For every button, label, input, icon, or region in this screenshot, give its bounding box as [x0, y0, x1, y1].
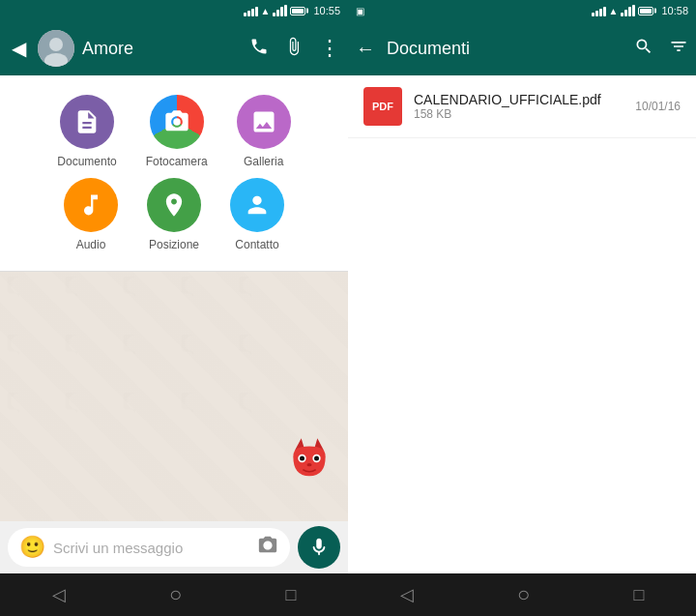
devil-sticker — [285, 434, 334, 492]
right-cell-icon — [621, 5, 635, 16]
attach-galleria-label: Galleria — [244, 155, 283, 168]
right-nav-bar: ◁ ○ □ — [348, 573, 696, 616]
message-placeholder: Scrivi un messaggio — [53, 540, 249, 556]
right-panel: ▣ ▲ 10:58 ← Documenti — [348, 0, 696, 616]
chat-area — [0, 272, 348, 521]
avatar — [38, 30, 74, 67]
svg-point-10 — [314, 456, 319, 461]
pdf-label: PDF — [372, 101, 393, 112]
attach-posizione-label: Posizione — [149, 238, 199, 251]
left-nav-recent[interactable]: □ — [266, 577, 315, 613]
wifi-icon: ▲ — [261, 6, 271, 16]
camera-button[interactable] — [257, 535, 278, 561]
right-status-bar: ▣ ▲ 10:58 — [348, 0, 696, 21]
left-nav-home[interactable]: ○ — [150, 574, 201, 615]
svg-point-1 — [49, 38, 63, 51]
doc-name: CALENDARIO_UFFICIALE.pdf — [414, 92, 624, 107]
right-battery-icon — [638, 7, 653, 15]
attach-fotocamera-label: Fotocamera — [146, 155, 208, 168]
left-status-bar: ▲ 10:55 — [0, 0, 348, 21]
left-panel: ▲ 10:55 ◀ Amore — [0, 0, 348, 616]
right-nav-home[interactable]: ○ — [498, 574, 549, 615]
more-icon[interactable]: ⋮ — [319, 38, 340, 59]
right-nav-back[interactable]: ◁ — [381, 576, 433, 613]
right-wifi-icon: ▲ — [609, 6, 619, 16]
doc-item-0[interactable]: PDF CALENDARIO_UFFICIALE.pdf 158 KB 10/0… — [348, 75, 696, 138]
attach-audio-icon — [64, 178, 118, 232]
cell-icon — [273, 5, 287, 16]
attach-row-2: Audio Posizione Contatto — [64, 178, 284, 251]
message-input-field[interactable]: 🙂 Scrivi un messaggio — [8, 528, 290, 567]
input-bar: 🙂 Scrivi un messaggio — [0, 521, 348, 573]
right-time: 10:58 — [661, 5, 688, 16]
call-icon[interactable] — [249, 37, 269, 61]
status-icons: ▲ — [244, 5, 306, 16]
svg-point-3 — [173, 118, 180, 125]
right-header-icons — [634, 37, 688, 61]
right-status-icons: ▲ — [592, 5, 654, 16]
right-signal-icon — [592, 5, 606, 16]
attach-documento[interactable]: Documento — [57, 95, 116, 168]
doc-date: 10/01/16 — [635, 100, 681, 113]
back-button[interactable]: ◀ — [8, 33, 30, 64]
attach-contatto-label: Contatto — [235, 238, 278, 251]
doc-size: 158 KB — [414, 107, 624, 121]
attach-row-1: Documento Fotocamera Ga — [57, 95, 290, 168]
battery-icon — [290, 7, 305, 15]
attachment-popup: Documento Fotocamera Ga — [0, 75, 348, 272]
mic-button[interactable] — [298, 526, 340, 569]
pdf-icon: PDF — [363, 87, 402, 126]
doc-info: CALENDARIO_UFFICIALE.pdf 158 KB — [414, 92, 624, 121]
attach-icon[interactable] — [284, 37, 304, 61]
attach-galleria-icon — [237, 95, 291, 149]
svg-point-11 — [307, 463, 312, 466]
left-header: ◀ Amore ⋮ — [0, 21, 348, 75]
svg-rect-4 — [0, 272, 290, 417]
document-list: PDF CALENDARIO_UFFICIALE.pdf 158 KB 10/0… — [348, 75, 696, 573]
attach-posizione-icon — [147, 178, 201, 232]
documenti-title: Documenti — [387, 39, 623, 59]
notification-icon: ▣ — [356, 6, 364, 16]
attach-contatto[interactable]: Contatto — [230, 178, 284, 251]
left-nav-bar: ◁ ○ □ — [0, 573, 348, 616]
right-nav-recent[interactable]: □ — [614, 577, 663, 613]
emoji-button[interactable]: 🙂 — [19, 535, 45, 560]
attach-contatto-icon — [230, 178, 284, 232]
attach-galleria[interactable]: Galleria — [237, 95, 291, 168]
devil-mask-icon — [285, 434, 334, 483]
svg-point-9 — [300, 456, 304, 461]
chat-pattern — [0, 272, 290, 417]
left-nav-back[interactable]: ◁ — [33, 576, 85, 613]
signal-icon — [244, 5, 258, 16]
contact-name: Amore — [82, 39, 242, 59]
right-back-button[interactable]: ← — [356, 38, 375, 60]
attach-posizione[interactable]: Posizione — [147, 178, 201, 251]
attach-audio[interactable]: Audio — [64, 178, 118, 251]
attach-documento-icon — [60, 95, 114, 149]
attach-fotocamera[interactable]: Fotocamera — [146, 95, 208, 168]
attach-audio-label: Audio — [76, 238, 106, 251]
search-icon[interactable] — [634, 37, 653, 61]
right-header: ← Documenti — [348, 21, 696, 75]
attach-documento-label: Documento — [57, 155, 116, 168]
attach-fotocamera-icon — [150, 95, 204, 149]
left-time: 10:55 — [313, 5, 340, 16]
header-icons: ⋮ — [249, 37, 340, 61]
filter-icon[interactable] — [669, 37, 688, 61]
